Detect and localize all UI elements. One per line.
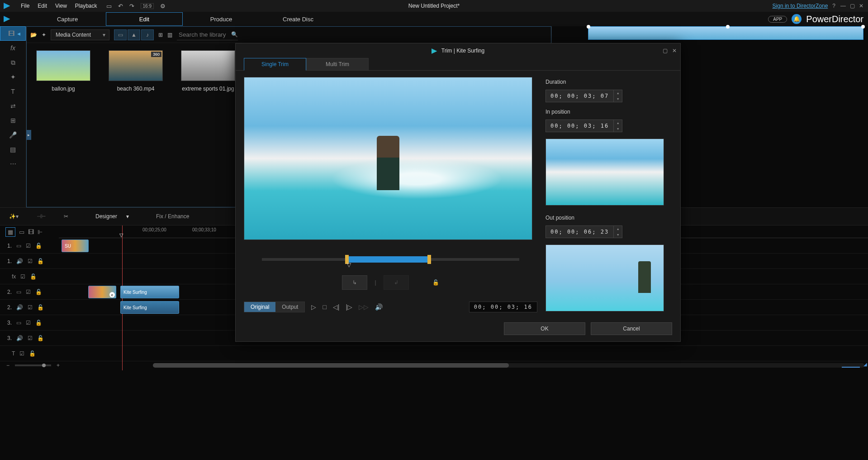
track-lock-icon[interactable]: 🔓 <box>37 304 44 311</box>
track-visible-icon[interactable]: ☑ <box>28 258 33 264</box>
notifications-icon[interactable]: 🔔 <box>792 14 802 24</box>
search-input[interactable] <box>177 29 231 40</box>
track-lock-icon[interactable]: 🔓 <box>37 335 44 341</box>
timeline-clip[interactable]: Kite Surfing <box>120 301 179 314</box>
cancel-button[interactable]: Cancel <box>591 322 672 335</box>
track-lane[interactable] <box>59 346 868 361</box>
media-filter-dropdown[interactable]: Media Content <box>51 29 109 40</box>
track-lock-icon[interactable]: 🔓 <box>29 350 36 357</box>
track-visible-icon[interactable]: ☑ <box>26 320 31 326</box>
dialog-maximize-icon[interactable]: ▢ <box>663 48 668 54</box>
tab-multi-trim[interactable]: Multi Trim <box>306 58 369 71</box>
track-lock-icon[interactable]: 🔓 <box>37 258 44 264</box>
duration-field[interactable]: 00; 00; 03; 07 <box>545 90 614 102</box>
track-lock-icon[interactable]: 🔓 <box>35 320 42 326</box>
mode-produce[interactable]: Produce <box>183 12 260 26</box>
track-lock-icon[interactable]: 🔓 <box>35 289 42 295</box>
filter-image-icon[interactable]: ▲ <box>128 29 140 40</box>
ok-button[interactable]: OK <box>504 322 585 335</box>
duration-up-icon[interactable]: ▲ <box>614 90 622 96</box>
in-down-icon[interactable]: ▼ <box>614 126 622 132</box>
menu-view[interactable]: View <box>55 3 67 9</box>
preview-mode-toggle[interactable]: Original Output <box>244 302 305 312</box>
out-down-icon[interactable]: ▼ <box>614 232 622 238</box>
import-icon[interactable]: 📂 <box>30 32 37 38</box>
zoom-slider[interactable] <box>15 364 51 366</box>
library-item[interactable]: 360beach 360.mp4 <box>106 50 165 92</box>
play-icon[interactable]: ▷ <box>311 303 316 311</box>
track-visible-icon[interactable]: ☑ <box>19 350 24 357</box>
tool-fx-icon[interactable]: fx <box>0 41 26 55</box>
prev-frame-icon[interactable]: ◁| <box>333 303 340 311</box>
save-icon[interactable]: ▭ <box>106 3 112 10</box>
cut-icon[interactable]: ✂ <box>64 213 68 220</box>
duration-down-icon[interactable]: ▼ <box>614 96 622 102</box>
timeline-marker-icon[interactable]: ⊩ <box>38 229 43 235</box>
playhead-marker-icon[interactable]: ▽ <box>119 232 123 238</box>
in-up-icon[interactable]: ▲ <box>614 120 622 126</box>
magic-tools-icon[interactable]: ✨▾ <box>9 213 19 220</box>
track-visible-icon[interactable]: ☑ <box>28 335 33 341</box>
help-icon[interactable]: ? <box>832 3 835 9</box>
library-item[interactable]: extreme sports 01.jpg <box>179 50 237 92</box>
designer-dropdown[interactable]: Designer▾ <box>86 211 138 221</box>
mark-in-icon[interactable]: ↳ <box>342 275 367 290</box>
fix-enhance-button[interactable]: Fix / Enhance <box>156 213 189 220</box>
tool-title-icon[interactable]: T <box>0 84 26 99</box>
filter-audio-icon[interactable]: ♪ <box>141 29 154 40</box>
stop-icon[interactable]: □ <box>323 303 326 311</box>
timeline-clip[interactable]: e <box>88 286 116 298</box>
maximize-icon[interactable]: ▢ <box>849 3 855 9</box>
signin-link[interactable]: Sign in to DirectorZone <box>773 3 828 9</box>
tool-chapter-icon[interactable]: ▤ <box>0 142 26 157</box>
tool-subtitle-icon[interactable]: ⋯ <box>0 157 26 171</box>
preview-clip-strip[interactable] <box>588 26 863 40</box>
dialog-close-icon[interactable]: ✕ <box>672 48 677 54</box>
toggle-original[interactable]: Original <box>244 302 275 312</box>
mode-capture[interactable]: Capture <box>29 12 106 26</box>
search-icon[interactable]: 🔍 <box>231 31 238 38</box>
lock-icon[interactable]: 🔓 <box>432 279 439 286</box>
plugin-icon[interactable]: ✦ <box>42 32 46 38</box>
aspect-ratio-dropdown[interactable]: 16:9 <box>141 3 154 9</box>
timeline-clip[interactable]: Kite Surfing <box>120 286 179 298</box>
out-position-field[interactable]: 00; 00; 06; 23 <box>545 225 614 238</box>
split-icon[interactable]: ⊣⊢ <box>37 213 46 220</box>
trim-range-slider[interactable] <box>244 254 537 267</box>
volume-icon[interactable]: 🔊 <box>375 303 383 311</box>
resize-handle-icon[interactable]: ◢ <box>863 362 867 367</box>
zoom-in-icon[interactable]: + <box>54 362 62 369</box>
mode-edit[interactable]: Edit <box>106 12 183 26</box>
timeline-clip[interactable]: SU <box>62 240 89 252</box>
library-menu-icon[interactable]: ▥ <box>167 32 172 38</box>
track-lock-icon[interactable]: 🔓 <box>35 243 42 249</box>
menu-playback[interactable]: Playback <box>75 3 97 9</box>
mode-create-disc[interactable]: Create Disc <box>260 12 337 26</box>
track-lock-icon[interactable]: 🔓 <box>30 273 37 280</box>
mark-out-icon[interactable]: ↲ <box>384 275 409 290</box>
timeline-scrollbar[interactable] <box>153 363 864 368</box>
zoom-out-icon[interactable]: − <box>4 362 12 369</box>
close-icon[interactable]: ✕ <box>858 3 864 9</box>
tool-media-room-icon[interactable]: 🎞 <box>0 26 26 41</box>
in-position-field[interactable]: 00; 00; 03; 16 <box>545 120 614 132</box>
timeline-view-icon[interactable]: ▦ <box>5 227 15 237</box>
track-visible-icon[interactable]: ☑ <box>26 243 31 249</box>
filter-all-icon[interactable]: ▭ <box>114 29 127 40</box>
track-visible-icon[interactable]: ☑ <box>20 273 25 280</box>
next-frame-icon[interactable]: |▷ <box>346 303 353 311</box>
track-visible-icon[interactable]: ☑ <box>28 304 33 311</box>
tool-audio-mix-icon[interactable]: ⊞ <box>0 113 26 128</box>
menu-file[interactable]: File <box>21 3 29 9</box>
tool-particle-icon[interactable]: ✦ <box>0 70 26 84</box>
tool-voice-icon[interactable]: 🎤 <box>0 128 26 142</box>
timeline-movie-icon[interactable]: 🎞 <box>28 229 34 235</box>
undo-icon[interactable]: ↶ <box>118 3 123 10</box>
grid-view-icon[interactable]: ⊞ <box>158 32 163 38</box>
expand-sidebar-icon[interactable]: ▸ <box>26 131 31 138</box>
tool-transition-icon[interactable]: ⇄ <box>0 99 26 113</box>
minimize-icon[interactable]: — <box>840 3 846 9</box>
trim-playhead-icon[interactable] <box>347 262 351 268</box>
settings-icon[interactable]: ⚙ <box>160 3 166 10</box>
library-item[interactable]: ballon.jpg <box>34 50 93 92</box>
